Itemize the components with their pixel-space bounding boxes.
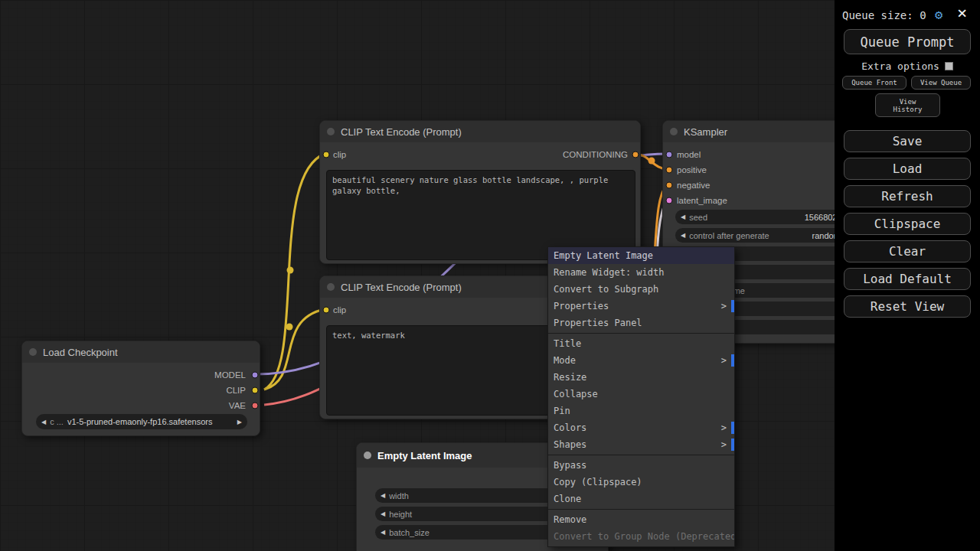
decrement-icon[interactable]: ◀ [681, 232, 685, 239]
ckpt-name-widget[interactable]: ◀ c ... v1-5-pruned-emaonly-fp16.safeten… [36, 414, 247, 429]
submenu-arrow-icon: > [721, 298, 727, 315]
menu-item-collapse[interactable]: Collapse [548, 386, 734, 403]
link-dot [287, 267, 294, 274]
refresh-button[interactable]: Refresh [844, 185, 971, 207]
queue-prompt-button[interactable]: Queue Prompt [844, 29, 971, 54]
input-label-clip: clip [333, 305, 346, 315]
conditioning-output-port[interactable] [632, 152, 639, 158]
widget-label: height [389, 510, 412, 519]
menu-item-remove[interactable]: Remove [548, 511, 734, 528]
decrement-icon[interactable]: ◀ [41, 419, 46, 425]
clip-input-port[interactable] [323, 307, 330, 314]
comfy-menu-panel: Queue size: 0 ⚙ × Queue Prompt Extra opt… [835, 0, 980, 551]
clear-button[interactable]: Clear [844, 240, 971, 262]
widget-label: width [389, 491, 409, 500]
submenu-indicator [731, 300, 734, 312]
close-panel-icon[interactable]: × [957, 3, 967, 22]
collapse-dot-icon[interactable] [364, 452, 371, 459]
collapse-dot-icon[interactable] [327, 128, 335, 135]
input-label-latent-image: latent_image [677, 196, 727, 205]
clip-input-port[interactable] [323, 152, 330, 158]
ckpt-widget-label: c ... [50, 417, 64, 426]
widget-label: seed [689, 213, 707, 222]
model-output-port[interactable] [252, 372, 259, 379]
extra-options-checkbox[interactable] [945, 62, 953, 70]
positive-input-port[interactable] [666, 167, 673, 174]
menu-separator [548, 509, 734, 510]
extra-options-label: Extra options [861, 60, 939, 72]
submenu-indicator [731, 354, 734, 367]
node-clip-encode-positive: CLIP Text Encode (Prompt) clip CONDITION… [319, 120, 641, 264]
menu-item-label: Colors [554, 422, 586, 433]
vae-output-port[interactable] [252, 403, 259, 409]
output-label-clip: CLIP [226, 386, 246, 395]
link-dot [648, 158, 655, 165]
menu-item-label: Properties [554, 301, 609, 311]
collapse-dot-icon[interactable] [327, 283, 335, 291]
view-queue-button[interactable]: View Queue [911, 76, 971, 90]
load-button[interactable]: Load [844, 158, 971, 180]
reset-view-button[interactable]: Reset View [844, 295, 971, 318]
ckpt-widget-value: v1-5-pruned-emaonly-fp16.safetensors [67, 417, 213, 426]
wire-clip-to-encode2 [264, 309, 325, 390]
comfyui-app: { "glyphs": { "left_arrow": "◀", "right_… [0, 0, 980, 551]
submenu-indicator [731, 422, 734, 434]
menu-item-properties-panel[interactable]: Properties Panel [548, 315, 734, 331]
clipspace-button[interactable]: Clipspace [844, 213, 971, 235]
latent-input-port[interactable] [666, 197, 673, 204]
decrement-icon[interactable]: ◀ [381, 492, 385, 499]
decrement-icon[interactable]: ◀ [681, 214, 685, 220]
menu-item-colors[interactable]: Colors > [548, 419, 734, 436]
menu-item-label: Mode [554, 355, 576, 366]
clip-output-port[interactable] [252, 387, 259, 394]
node-title-bar[interactable]: CLIP Text Encode (Prompt) [320, 121, 640, 142]
menu-item-mode[interactable]: Mode > [548, 352, 734, 369]
node-title: Empty Latent Image [377, 450, 472, 461]
submenu-arrow-icon: > [721, 436, 727, 453]
menu-item-convert-to-group-node: Convert to Group Node (Deprecated) [548, 528, 734, 545]
collapse-dot-icon[interactable] [29, 348, 37, 356]
menu-item-rename-widget[interactable]: Rename Widget: width [548, 264, 734, 281]
settings-gear-icon[interactable]: ⚙ [935, 7, 942, 22]
decrement-icon[interactable]: ◀ [381, 510, 385, 517]
queue-size-label: Queue size: 0 [842, 9, 926, 21]
menu-item-resize[interactable]: Resize [548, 369, 734, 386]
node-title: CLIP Text Encode (Prompt) [341, 282, 462, 293]
menu-item-copy-clipspace[interactable]: Copy (Clipspace) [548, 474, 734, 491]
input-label-negative: negative [677, 181, 710, 190]
context-menu-title: Empty Latent Image [548, 247, 734, 264]
node-context-menu: Empty Latent Image Rename Widget: width … [547, 246, 735, 547]
menu-item-title[interactable]: Title [548, 335, 734, 352]
menu-item-properties[interactable]: Properties > [548, 298, 734, 315]
node-title: Load Checkpoint [43, 347, 118, 358]
view-history-button[interactable]: View History [875, 93, 940, 117]
increment-icon[interactable]: ▶ [237, 419, 242, 425]
widget-label: control after generate [689, 231, 769, 240]
menu-item-pin[interactable]: Pin [548, 403, 734, 419]
node-title-bar[interactable]: Load Checkpoint [22, 341, 260, 363]
queue-front-button[interactable]: Queue Front [842, 76, 906, 90]
negative-input-port[interactable] [666, 182, 673, 189]
menu-item-bypass[interactable]: Bypass [548, 457, 734, 474]
input-label-clip: clip [333, 150, 346, 159]
menu-item-clone[interactable]: Clone [548, 491, 734, 507]
menu-item-shapes[interactable]: Shapes > [548, 436, 734, 453]
wire-clip-to-encode1 [264, 154, 325, 390]
output-label-conditioning: CONDITIONING [563, 150, 628, 159]
node-title: CLIP Text Encode (Prompt) [341, 126, 462, 138]
decrement-icon[interactable]: ◀ [381, 529, 385, 536]
submenu-indicator [731, 439, 734, 451]
collapse-dot-icon[interactable] [670, 128, 678, 135]
menu-item-convert-to-subgraph[interactable]: Convert to Subgraph [548, 281, 734, 298]
model-input-port[interactable] [666, 152, 673, 158]
submenu-arrow-icon: > [721, 419, 727, 436]
link-dot [286, 324, 293, 331]
menu-separator [548, 455, 734, 455]
load-default-button[interactable]: Load Default [844, 268, 971, 290]
node-load-checkpoint: Load Checkpoint MODEL CLIP VAE ◀ c ... v… [21, 341, 260, 436]
save-button[interactable]: Save [844, 130, 971, 152]
submenu-arrow-icon: > [721, 352, 727, 369]
menu-separator [548, 333, 734, 334]
output-label-model: MODEL [214, 370, 246, 380]
widget-label: batch_size [389, 528, 430, 537]
